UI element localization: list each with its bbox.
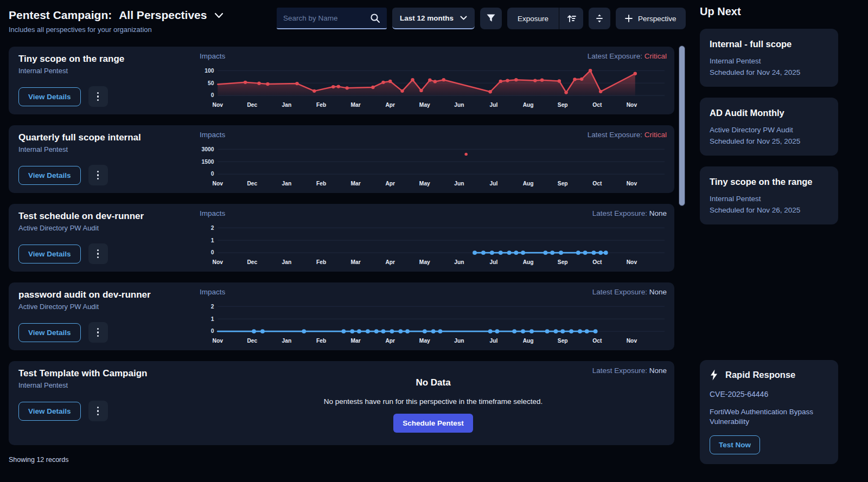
- view-details-button[interactable]: View Details: [18, 402, 81, 421]
- svg-text:Nov: Nov: [213, 338, 224, 344]
- add-perspective-label: Perspective: [638, 15, 676, 23]
- chart-header: ImpactsLatest Exposure: Critical: [200, 130, 667, 140]
- svg-text:Jan: Jan: [282, 259, 292, 265]
- rapid-description: FortiWeb Authentication Bypass Vulnerabi…: [710, 407, 818, 427]
- svg-text:Nov: Nov: [627, 338, 637, 344]
- svg-text:100: 100: [205, 68, 214, 74]
- svg-text:May: May: [419, 338, 430, 344]
- latest-exposure-label: Latest Exposure:: [588, 131, 644, 139]
- title-block: Pentest Campaign: All Perspectives Inclu…: [9, 8, 277, 34]
- plus-icon: [625, 15, 633, 22]
- view-details-button[interactable]: View Details: [18, 323, 81, 342]
- kebab-icon: [97, 92, 99, 101]
- upnext-card-scheduled: Scheduled for Nov 24, 2025: [710, 68, 828, 76]
- svg-text:Nov: Nov: [627, 102, 637, 108]
- svg-text:2: 2: [211, 225, 214, 231]
- svg-text:Sep: Sep: [558, 102, 568, 108]
- row-menu-button[interactable]: [88, 243, 108, 264]
- row-actions: View Details: [18, 165, 193, 185]
- search-input[interactable]: [283, 14, 370, 22]
- row-info: Quarterly full scope internalInternal Pe…: [9, 125, 193, 193]
- row-chart-area: ImpactsLatest Exposure: Critical050100No…: [193, 47, 674, 114]
- latest-exposure-value: Critical: [644, 52, 667, 60]
- timeframe-select[interactable]: Last 12 months: [392, 8, 475, 29]
- view-details-button[interactable]: View Details: [18, 245, 81, 264]
- sort-direction-button[interactable]: [559, 8, 583, 29]
- row-type: Internal Pentest: [18, 381, 193, 389]
- svg-text:Jan: Jan: [282, 102, 292, 108]
- svg-text:Nov: Nov: [213, 181, 224, 187]
- selected-perspective: All Perspectives: [119, 9, 207, 22]
- upnext-card-title: Internal - full scope: [710, 39, 828, 49]
- svg-text:1500: 1500: [202, 159, 214, 165]
- app-root: Pentest Campaign: All Perspectives Inclu…: [0, 0, 868, 482]
- upnext-card-scheduled: Scheduled for Nov 25, 2025: [710, 137, 828, 145]
- svg-text:Jun: Jun: [454, 181, 464, 187]
- latest-exposure-label: Latest Exposure:: [592, 367, 649, 375]
- row-height-button[interactable]: [589, 8, 610, 29]
- latest-exposure-label: Latest Exposure:: [588, 52, 644, 60]
- filter-button[interactable]: [480, 8, 502, 29]
- view-details-button[interactable]: View Details: [18, 166, 81, 185]
- row-actions: View Details: [18, 86, 193, 107]
- svg-text:Oct: Oct: [592, 259, 602, 265]
- upnext-card: Internal - full scopeInternal PentestSch…: [700, 29, 838, 87]
- upnext-card-type: Active Directory PW Audit: [710, 126, 828, 134]
- row-menu-button[interactable]: [88, 401, 108, 421]
- row-menu-button[interactable]: [88, 322, 108, 343]
- svg-text:Jun: Jun: [454, 102, 464, 108]
- chevron-down-icon: [214, 12, 224, 18]
- chart-header: ImpactsLatest Exposure: Critical: [200, 52, 667, 61]
- svg-text:0: 0: [211, 171, 214, 177]
- perspective-selector[interactable]: All Perspectives: [119, 9, 224, 22]
- chart-title: Impacts: [200, 209, 225, 218]
- chart-title: Impacts: [200, 52, 225, 61]
- svg-text:Nov: Nov: [213, 102, 224, 108]
- campaign-row: password audit on dev-runnerActive Direc…: [9, 282, 674, 350]
- rapid-response-card: Rapid Response CVE-2025-64446 FortiWeb A…: [700, 360, 838, 464]
- svg-text:Aug: Aug: [523, 102, 534, 108]
- schedule-pentest-button[interactable]: Schedule Pentest: [393, 414, 473, 433]
- search-box: [277, 8, 387, 29]
- row-title: password audit on dev-runner: [18, 290, 193, 300]
- svg-text:1: 1: [211, 237, 214, 243]
- row-actions: View Details: [18, 243, 193, 264]
- svg-text:2: 2: [211, 304, 214, 310]
- svg-text:Dec: Dec: [247, 338, 257, 344]
- svg-text:Mar: Mar: [351, 338, 361, 344]
- no-data-block: No DataNo pentests have run for this per…: [200, 376, 667, 444]
- records-count: Showing 12 records: [9, 456, 691, 464]
- svg-text:Mar: Mar: [351, 102, 361, 108]
- latest-exposure: Latest Exposure: None: [592, 209, 667, 218]
- scrollbar-thumb[interactable]: [679, 46, 685, 206]
- svg-text:Jul: Jul: [490, 181, 498, 187]
- upnext-card: Tiny scope on the rangeInternal PentestS…: [700, 166, 838, 224]
- svg-text:May: May: [419, 259, 430, 265]
- view-details-button[interactable]: View Details: [18, 87, 81, 106]
- test-now-button[interactable]: Test Now: [710, 435, 760, 454]
- upnext-card: AD Audit MonthlyActive Directory PW Audi…: [700, 98, 838, 156]
- latest-exposure-label: Latest Exposure:: [592, 209, 649, 217]
- latest-exposure-value: Critical: [644, 131, 667, 139]
- timeframe-value: Last 12 months: [400, 14, 454, 22]
- kebab-icon: [97, 328, 99, 337]
- topbar: Pentest Campaign: All Perspectives Inclu…: [9, 8, 691, 47]
- latest-exposure: Latest Exposure: Critical: [588, 130, 667, 140]
- scrollbar-track[interactable]: [677, 46, 687, 444]
- svg-text:Sep: Sep: [558, 181, 568, 187]
- kebab-icon: [97, 407, 99, 416]
- add-perspective-button[interactable]: Perspective: [616, 8, 686, 29]
- upnext-sidebar: Up Next Internal - full scopeInternal Pe…: [691, 0, 868, 482]
- chart-header: Latest Exposure: None: [200, 366, 667, 376]
- no-data-title: No Data: [416, 377, 450, 388]
- sort-field-button[interactable]: Exposure: [507, 8, 559, 29]
- row-menu-button[interactable]: [88, 165, 108, 185]
- upnext-card-scheduled: Scheduled for Nov 26, 2025: [710, 206, 828, 214]
- expand-rows-icon: [595, 14, 604, 23]
- row-type: Internal Pentest: [18, 67, 193, 75]
- row-title: Quarterly full scope internal: [18, 132, 193, 143]
- row-menu-button[interactable]: [88, 86, 108, 107]
- row-type: Active Directory PW Audit: [18, 303, 193, 311]
- svg-text:Aug: Aug: [523, 338, 534, 344]
- rapid-response-header: Rapid Response: [710, 369, 828, 381]
